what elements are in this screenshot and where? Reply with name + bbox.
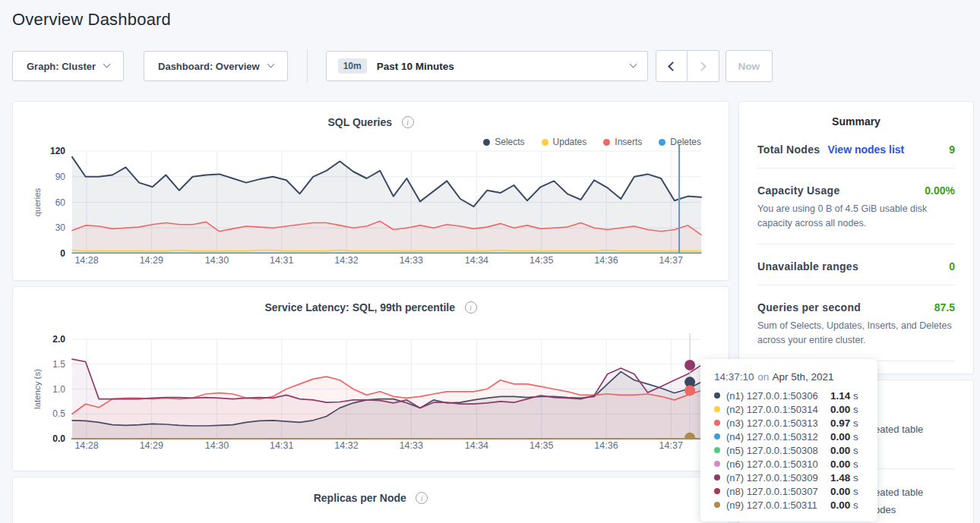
controls-divider <box>307 49 308 83</box>
info-icon[interactable]: i <box>465 301 477 313</box>
summary-heading: Summary <box>739 102 973 128</box>
svg-text:14:34: 14:34 <box>465 440 488 451</box>
svg-text:14:35: 14:35 <box>530 440 553 451</box>
svg-text:2.0: 2.0 <box>52 334 65 345</box>
time-range-dropdown[interactable]: 10m Past 10 Minutes <box>326 51 648 81</box>
tooltip-node-address: (n6) 127.0.0.1:50310 <box>726 458 818 470</box>
dashboard-selector-dropdown[interactable]: Dashboard: Overview <box>144 51 288 81</box>
node-color-dot-icon <box>714 502 720 508</box>
svg-text:14:36: 14:36 <box>594 255 618 266</box>
tooltip-node-row: (n1) 127.0.0.1:503061.14 s <box>714 389 865 402</box>
tooltip-node-row: (n7) 127.0.0.1:503091.48 s <box>714 471 865 484</box>
svg-text:14:36: 14:36 <box>594 440 618 451</box>
svg-text:latency (s): latency (s) <box>33 369 42 409</box>
svg-text:14:29: 14:29 <box>140 255 163 266</box>
svg-text:14:35: 14:35 <box>530 255 553 266</box>
divider <box>757 285 955 285</box>
summary-row: Total NodesView nodes list9 <box>757 143 955 156</box>
time-next-button[interactable] <box>688 50 719 82</box>
tooltip-node-address: (n7) 127.0.0.1:50309 <box>726 472 818 484</box>
svg-text:14:37: 14:37 <box>659 255 683 266</box>
dashboard-controls: Graph: Cluster Dashboard: Overview 10m P… <box>12 50 773 82</box>
summary-metric-value: 87.5 <box>934 301 955 313</box>
summary-metric-value: 0 <box>949 260 955 273</box>
svg-text:14:28: 14:28 <box>74 255 98 266</box>
chevron-down-icon <box>103 61 111 68</box>
tooltip-node-value: 0.00 s <box>830 445 865 456</box>
info-icon[interactable]: i <box>416 492 428 504</box>
svg-text:14:32: 14:32 <box>334 255 358 266</box>
overview-dashboard-page: Overview Dashboard Graph: Cluster Dashbo… <box>0 0 980 523</box>
tooltip-node-row: (n2) 127.0.0.1:503140.00 s <box>714 402 865 416</box>
divider <box>757 244 955 244</box>
svg-text:14:34: 14:34 <box>465 255 488 266</box>
svg-text:1.0: 1.0 <box>52 384 65 395</box>
summary-row: Queries per second87.5Sum of Selects, Up… <box>757 301 955 348</box>
tooltip-node-row: (n3) 127.0.0.1:503130.97 s <box>714 416 865 430</box>
sql-queries-chart[interactable]: 030609012014:2814:2914:3014:3114:3214:33… <box>13 140 730 273</box>
tooltip-node-address: (n3) 127.0.0.1:50313 <box>726 417 818 429</box>
event-item-text[interactable]: odes <box>874 504 896 515</box>
tooltip-node-row: (n4) 127.0.0.1:503120.00 s <box>714 430 865 443</box>
tooltip-node-value: 0.00 s <box>830 458 865 470</box>
graph-selector-label: Graph: Cluster <box>27 61 96 72</box>
svg-text:14:31: 14:31 <box>270 255 293 266</box>
summary-metric-label: Total Nodes <box>757 143 820 156</box>
event-item-text[interactable]: eated table <box>874 487 923 498</box>
summary-metric-value: 9 <box>949 143 955 156</box>
tooltip-node-value: 0.00 s <box>830 486 865 497</box>
tooltip-connector: on <box>757 371 769 383</box>
chart-hover-tooltip: 14:37:10 on Apr 5th, 2021 (n1) 127.0.0.1… <box>700 359 877 521</box>
chevron-down-icon <box>267 61 274 68</box>
summary-metric-value: 0.00% <box>925 184 955 197</box>
time-window-badge: 10m <box>338 58 367 74</box>
svg-text:14:30: 14:30 <box>205 255 229 266</box>
svg-text:1.5: 1.5 <box>52 359 65 370</box>
tooltip-node-row: (n6) 127.0.0.1:503100.00 s <box>714 457 865 471</box>
summary-panel: Summary Total NodesView nodes list9Capac… <box>738 101 974 374</box>
svg-text:14:32: 14:32 <box>334 440 358 451</box>
sql-queries-chart-card: SQL Queries i SelectsUpdatesInsertsDelet… <box>12 101 729 281</box>
chevron-left-icon <box>668 61 678 71</box>
tooltip-node-address: (n1) 127.0.0.1:50306 <box>726 390 818 402</box>
tooltip-node-value: 1.48 s <box>830 472 865 484</box>
chevron-right-icon <box>697 61 707 71</box>
svg-text:0: 0 <box>60 248 65 259</box>
chart-title-sql-queries: SQL Queries <box>327 116 392 128</box>
tooltip-node-row: (n9) 127.0.0.1:503110.00 s <box>714 498 865 512</box>
chart-title-service-latency: Service Latency: SQL, 99th percentile <box>265 301 456 313</box>
tooltip-node-address: (n5) 127.0.0.1:50308 <box>726 445 818 456</box>
event-item-text[interactable]: eated table <box>874 424 923 435</box>
tooltip-node-row: (n5) 127.0.0.1:503080.00 s <box>714 443 865 457</box>
divider <box>757 168 955 169</box>
svg-text:14:37: 14:37 <box>659 440 683 451</box>
tooltip-node-address: (n8) 127.0.0.1:50307 <box>726 486 818 497</box>
now-button[interactable]: Now <box>726 50 773 82</box>
tooltip-node-value: 0.97 s <box>830 417 865 429</box>
summary-metric-label: Capacity Usage <box>757 184 839 197</box>
summary-metric-description: You are using 0 B of 4.5 GiB usable disk… <box>757 202 955 232</box>
node-color-dot-icon <box>714 447 720 453</box>
summary-metric-label: Queries per second <box>757 301 861 313</box>
tooltip-node-address: (n2) 127.0.0.1:50314 <box>726 404 818 415</box>
svg-text:30: 30 <box>55 222 66 233</box>
tooltip-timestamp: 14:37:10 on Apr 5th, 2021 <box>714 371 865 383</box>
summary-row: Unavailable ranges0 <box>757 260 955 273</box>
node-color-dot-icon <box>714 433 720 440</box>
time-step-buttons <box>656 50 719 82</box>
summary-rows: Total NodesView nodes list9Capacity Usag… <box>739 143 973 389</box>
info-icon[interactable]: i <box>402 116 414 128</box>
node-color-dot-icon <box>714 461 720 467</box>
chart-title-replicas-per-node: Replicas per Node <box>314 492 406 504</box>
node-color-dot-icon <box>714 392 720 399</box>
node-color-dot-icon <box>714 488 720 494</box>
time-prev-button[interactable] <box>656 50 688 82</box>
graph-selector-dropdown[interactable]: Graph: Cluster <box>12 51 124 81</box>
svg-text:14:29: 14:29 <box>140 440 163 451</box>
view-nodes-list-link[interactable]: View nodes list <box>827 143 904 156</box>
tooltip-node-value: 0.00 s <box>830 499 865 511</box>
latency-chart-card: Service Latency: SQL, 99th percentile i … <box>12 286 729 471</box>
tooltip-node-value: 0.00 s <box>830 431 865 443</box>
svg-text:14:31: 14:31 <box>270 440 293 451</box>
service-latency-chart[interactable]: 0.00.51.01.52.014:2814:2914:3014:3114:32… <box>13 325 730 458</box>
